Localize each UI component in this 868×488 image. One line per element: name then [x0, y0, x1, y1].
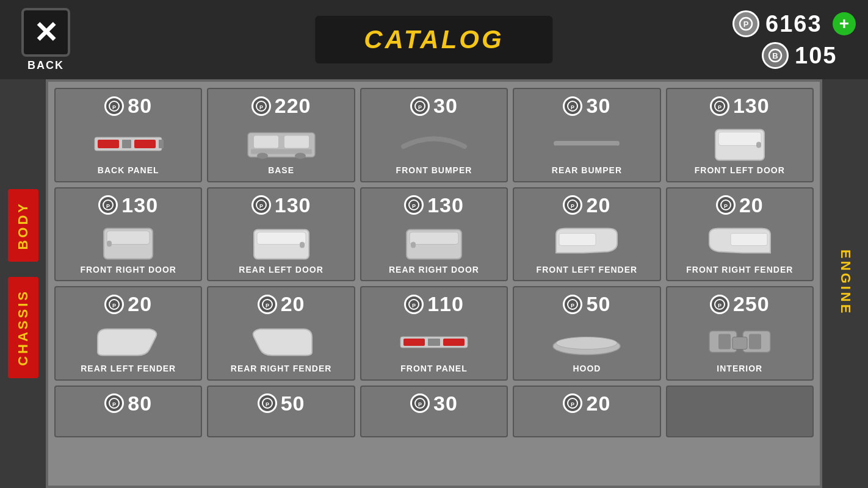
price-coin-icon: P — [258, 295, 277, 314]
item-image — [59, 221, 198, 264]
item-name: FRONT LEFT FENDER — [537, 264, 638, 275]
svg-rect-36 — [257, 232, 306, 245]
price-coin-icon: P — [104, 96, 124, 116]
price-amount: 30 — [433, 94, 458, 118]
item-row4-1[interactable]: P 80 — [54, 386, 202, 437]
catalog-title-text: CATALOG — [364, 25, 504, 54]
svg-text:P: P — [571, 302, 574, 308]
item-name: HOOD — [573, 363, 601, 374]
price-coin-icon: P — [563, 195, 582, 215]
item-name: REAR BUMPER — [552, 165, 622, 176]
item-name: FRONT RIGHT FENDER — [686, 264, 793, 275]
svg-text:P: P — [266, 302, 269, 308]
item-interior[interactable]: P 250 INTERIOR — [666, 286, 814, 381]
item-hood[interactable]: P 50 HOOD — [513, 286, 660, 381]
catalog-grid: P 80 BACK PANEL P 220 — [46, 79, 822, 488]
item-front-right-fender[interactable]: P 20 FRONT RIGHT FENDER — [666, 187, 814, 282]
gold-coin-icon: P — [732, 10, 759, 37]
price-amount: 110 — [427, 292, 464, 316]
price-amount: 130 — [121, 193, 158, 217]
price-coin-icon: P — [404, 295, 424, 314]
item-image — [364, 320, 504, 363]
item-rear-bumper[interactable]: P 30 REAR BUMPER — [513, 88, 660, 182]
svg-rect-26 — [718, 132, 761, 145]
currency-panel: P 6163 + B 105 — [732, 10, 856, 69]
svg-rect-42 — [411, 242, 416, 248]
item-image — [59, 320, 198, 363]
price-coin-icon: P — [258, 393, 277, 413]
item-row4-4[interactable]: P 20 — [513, 386, 660, 437]
price-row: P 130 — [251, 193, 311, 217]
svg-rect-7 — [98, 140, 119, 148]
svg-text:P: P — [718, 302, 722, 308]
sidebar-tab-chassis[interactable]: CHASSIS — [8, 277, 38, 378]
item-back-panel[interactable]: P 80 BACK PANEL — [54, 88, 202, 182]
item-name: BACK PANEL — [98, 165, 159, 176]
item-rear-right-fender[interactable]: P 20 REAR RIGHT FENDER — [207, 286, 355, 381]
svg-rect-14 — [254, 135, 278, 148]
svg-rect-45 — [559, 234, 596, 246]
svg-text:P: P — [724, 203, 728, 209]
price-row: P 110 — [404, 292, 464, 316]
price-row: P 80 — [104, 94, 152, 118]
svg-rect-48 — [731, 234, 767, 246]
item-front-bumper[interactable]: P 30 FRONT BUMPER — [360, 88, 508, 182]
price-row: P 80 — [104, 392, 152, 415]
price-coin-icon: P — [716, 195, 736, 215]
price-coin-icon: P — [104, 393, 124, 413]
price-amount: 20 — [586, 392, 610, 415]
item-image — [670, 121, 809, 165]
svg-rect-18 — [295, 152, 306, 159]
price-amount: 20 — [281, 292, 305, 316]
price-row: P 130 — [710, 94, 770, 118]
item-front-left-door[interactable]: P 130 FRONT LEFT DOOR — [666, 88, 814, 182]
item-front-right-door[interactable]: P 130 FRONT RIGHT DOOR — [54, 187, 202, 282]
item-name: FRONT LEFT DOOR — [695, 165, 785, 176]
chassis-tab-label: CHASSIS — [15, 289, 31, 366]
add-gold-button[interactable]: + — [833, 12, 856, 35]
price-row: P 30 — [563, 94, 610, 118]
svg-text:P: P — [259, 203, 263, 209]
svg-text:P: P — [112, 302, 116, 308]
svg-text:P: P — [571, 401, 574, 407]
right-sidebar: ENGINE — [822, 79, 868, 488]
price-coin-icon: P — [104, 295, 124, 314]
price-row: P 130 — [404, 193, 464, 217]
back-button[interactable]: ✕ BACK — [12, 8, 79, 72]
svg-rect-41 — [410, 232, 458, 245]
item-image — [517, 221, 656, 264]
svg-rect-31 — [107, 231, 150, 245]
bitcoin-currency-row: B 105 — [762, 42, 856, 69]
price-coin-icon: P — [410, 393, 430, 413]
svg-rect-17 — [257, 152, 268, 159]
price-coin-icon: P — [563, 393, 582, 413]
price-amount: 30 — [586, 94, 610, 118]
price-amount: 30 — [433, 392, 458, 415]
item-front-panel[interactable]: P 110 FRONT PANEL — [360, 286, 508, 381]
item-rear-left-fender[interactable]: P 20 REAR LEFT FENDER — [54, 286, 202, 381]
item-base[interactable]: P 220 BASE — [207, 88, 355, 182]
item-row4-2[interactable]: P 50 — [207, 386, 355, 437]
item-image — [670, 320, 809, 363]
price-amount: 80 — [128, 94, 152, 118]
item-rear-right-door[interactable]: P 130 REAR RIGHT DOOR — [360, 187, 508, 282]
gold-currency-row: P 6163 + — [732, 10, 856, 37]
svg-rect-37 — [300, 242, 305, 248]
item-rear-left-door[interactable]: P 130 REAR LEFT DOOR — [207, 187, 355, 282]
svg-text:P: P — [259, 104, 263, 110]
item-front-left-fender[interactable]: P 20 FRONT LEFT FENDER — [513, 187, 660, 282]
price-amount: 20 — [739, 193, 764, 217]
back-x-icon: ✕ — [21, 8, 70, 57]
svg-point-62 — [556, 337, 617, 349]
price-row: P 20 — [258, 292, 305, 316]
price-coin-icon: P — [251, 195, 271, 215]
svg-rect-27 — [756, 142, 761, 148]
svg-rect-8 — [122, 140, 131, 148]
svg-rect-68 — [749, 334, 761, 349]
sidebar-tab-body[interactable]: BODY — [8, 189, 38, 262]
price-row: P 20 — [563, 392, 610, 415]
price-amount: 130 — [733, 94, 770, 118]
item-row4-3[interactable]: P 30 — [360, 386, 508, 437]
item-image — [517, 320, 656, 363]
sidebar-tab-engine[interactable]: ENGINE — [833, 237, 858, 330]
